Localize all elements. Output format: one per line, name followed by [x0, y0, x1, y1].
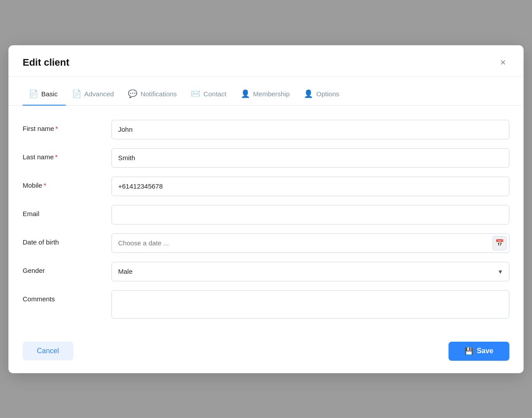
modal-title: Edit client: [23, 57, 69, 68]
last-name-required: *: [55, 153, 58, 161]
dob-row: Date of birth 📅: [23, 233, 509, 253]
last-name-input[interactable]: [111, 148, 509, 168]
save-label: Save: [477, 347, 493, 355]
dob-wrapper: 📅: [111, 233, 509, 253]
tab-options-label: Options: [316, 90, 339, 98]
modal-overlay: Edit client × 📄 Basic 📄 Advanced 💬 Notif…: [0, 0, 532, 418]
tab-advanced[interactable]: 📄 Advanced: [66, 85, 122, 106]
email-label: Email: [23, 205, 111, 217]
first-name-required: *: [56, 125, 58, 132]
first-name-label: First name*: [23, 120, 111, 132]
basic-icon: 📄: [29, 89, 38, 99]
tab-basic[interactable]: 📄 Basic: [23, 85, 66, 106]
close-button[interactable]: ×: [496, 56, 509, 69]
mobile-input[interactable]: [111, 177, 509, 196]
tab-contact[interactable]: ✉️ Contact: [185, 85, 234, 106]
gender-label: Gender: [23, 262, 111, 274]
tab-membership[interactable]: 👤 Membership: [234, 85, 298, 106]
modal-header: Edit client ×: [8, 45, 524, 77]
comments-label: Comments: [23, 290, 111, 303]
tab-advanced-label: Advanced: [84, 90, 114, 98]
tab-membership-label: Membership: [253, 90, 290, 98]
tab-options[interactable]: 👤 Options: [298, 85, 347, 106]
tab-basic-label: Basic: [41, 90, 58, 98]
first-name-row: First name*: [23, 120, 509, 139]
membership-icon: 👤: [241, 89, 250, 99]
tab-contact-label: Contact: [203, 90, 226, 98]
modal-footer: Cancel 💾 Save: [8, 335, 524, 373]
cancel-button[interactable]: Cancel: [23, 342, 73, 360]
mobile-row: Mobile*: [23, 177, 509, 196]
tab-notifications-label: Notifications: [140, 90, 177, 98]
mobile-label: Mobile*: [23, 177, 111, 189]
save-icon: 💾: [465, 347, 473, 355]
edit-client-modal: Edit client × 📄 Basic 📄 Advanced 💬 Notif…: [8, 45, 524, 373]
last-name-row: Last name*: [23, 148, 509, 168]
dob-label: Date of birth: [23, 233, 111, 246]
advanced-icon: 📄: [72, 89, 81, 99]
comments-row: Comments: [23, 290, 509, 319]
gender-row: Gender Male Female Other ▼: [23, 262, 509, 281]
calendar-button[interactable]: 📅: [492, 236, 507, 250]
dob-input[interactable]: [111, 233, 509, 253]
form-area: First name* Last name* Mobile* Ema: [8, 106, 524, 335]
comments-input[interactable]: [111, 290, 509, 319]
calendar-icon: 📅: [495, 239, 504, 247]
tab-notifications[interactable]: 💬 Notifications: [122, 85, 185, 106]
gender-select[interactable]: Male Female Other: [111, 262, 509, 281]
email-input[interactable]: [111, 205, 509, 225]
notifications-icon: 💬: [128, 89, 137, 99]
save-button[interactable]: 💾 Save: [449, 342, 509, 361]
gender-select-wrapper: Male Female Other ▼: [111, 262, 509, 281]
last-name-label: Last name*: [23, 148, 111, 161]
first-name-input[interactable]: [111, 120, 509, 139]
email-row: Email: [23, 205, 509, 225]
options-icon: 👤: [304, 89, 313, 99]
contact-icon: ✉️: [191, 89, 200, 99]
tabs-row: 📄 Basic 📄 Advanced 💬 Notifications ✉️ Co…: [8, 77, 524, 106]
mobile-required: *: [44, 181, 46, 189]
